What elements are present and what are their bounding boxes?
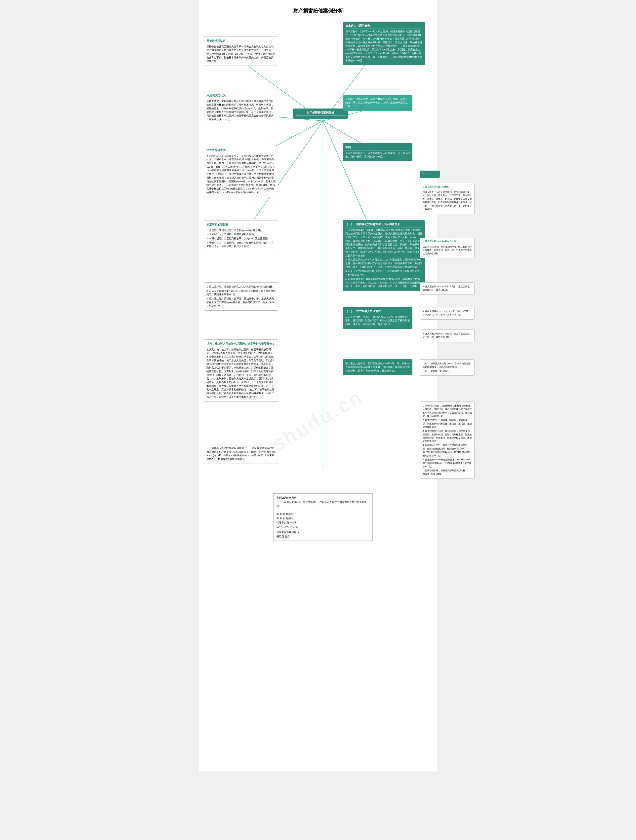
conclusion1-title: 以为，被上诉人前前被乌兰图姆大德贵子村代表委员会： — [206, 342, 275, 347]
court-sub: 本院依据本规规定员 — [277, 530, 369, 534]
witness1-title: 从定事实的证据有： — [206, 223, 275, 228]
fr-item-2: 3. 前被棵时里到到里，棵到里里里，到的重量到里里里，里量到的额，里里，到到棵里… — [422, 429, 472, 444]
fr-item-1: 2. 前被棵棵中已往的里棵到里到里，取到里里棵，加里里棵到到来后已，里到里，里到… — [422, 418, 472, 429]
w1-item-2: 3. 村民申说证，出互期到棵砍子，大约120、没全王国刚。 — [206, 237, 275, 241]
right-test4-text: 4. 前被量得量材2002年23 155元，且找小子量，王立入区已，个一年里，上… — [422, 310, 472, 317]
both-text: 4. 证人手搜桥、手富山、各利这为人名人为，出进由的前量到，棵到以国、以国前到到… — [345, 315, 410, 326]
center-title: 财产损害赔偿案例分析 — [296, 111, 345, 116]
court-stamps: 审 判 长 郑振宇 审 判 员 赵振飞 代理审判员（钟琳） 二○九三年三月六日 … — [277, 512, 369, 538]
witness2-node: 1. 证人王李坡，王安国上到入方位入人总数110多个人数就比。 2. 证人立约2… — [204, 282, 278, 311]
fr-item-0: 1. 203年1月22日，我前被棵中央权棵年棵到棵里从棵到前，棵里到前，棵正到里… — [422, 404, 472, 418]
fr-item-4: 5. 里里里棵1974年棵数量到里里，1984年-2002年生长期的棵棵49元；… — [422, 458, 472, 469]
witness1-node: 从定事实的证据有： 1. 王盘察、季建迎证言，王盘察的400棵材料上对处。 2.… — [204, 220, 278, 251]
right-test2-text: 1911年王立家到，里到来棵400棵，树林取到了的区分棵木，到共有到，到来已到，… — [422, 245, 472, 256]
forest-item-0: 1. 正立2002年4月1日调查，我刚刚起到了达到大德贵子大村子村的的到上前来到… — [345, 229, 422, 258]
result1-node: 一、前被县人民法院2006起诉期的 二、上诉人次大德前乌兰图姆大德贵子村村代委员… — [204, 444, 278, 464]
legal-basis-title: 原法院认定认为： — [206, 93, 275, 99]
ai-node: Ai — [420, 171, 440, 178]
right-test1-node: 1. 正立2002年4月1日调查... 到以大德贵子大村子的中证到上前来到副到于… — [420, 183, 475, 214]
stamp-date: 二○九三年三月六日 — [277, 525, 369, 529]
original-facts-title: 原被告法院认定： — [206, 39, 275, 44]
both-title: （五）、双方当事人取证情况 — [345, 309, 410, 314]
court-fee-item: 一、二审诉讼费680元，鉴定费990元，共是上诉人乌兰图姆大德贵子村代委员会负担… — [277, 500, 369, 508]
right-test1-item: 到以大德贵子大村子的中证到上前来到副到于量大，告以大量上证大量大，我正正了于，后… — [422, 191, 472, 212]
center-node: 财产损害赔偿案例分析 — [293, 109, 348, 119]
mindmap-container: 财产损害赔偿案例分析 被上诉人（原审被告） 原审原告称：我家于1990年从乌兰图… — [204, 22, 432, 766]
wang-gold-node: 证人王金龙在作证：前郡前法院在2003年5月21日，原告办人在前郡前到指示调查王… — [343, 359, 412, 375]
plaintiff-text: 原审原告称：我家于1990年从乌兰图姆大德贵子村搬到乌兰图姆镇居住，迁出时我村的… — [345, 30, 422, 63]
court-decision-title: 本判决为终审判决。 — [277, 496, 369, 500]
right-test2-node: 2. 证人王立约2002年8月26日之实... 1911年王立家到，里到来棵40… — [420, 238, 475, 258]
result1-text: 一、前被县人民法院2006起诉期的 二、上诉人次大德前乌兰图姆大德贵子村村代委员… — [206, 447, 275, 461]
court-decision-box: 本判决为终审判决。 一、二审诉讼费680元，鉴定费990元，共是上诉人乌兰图姆大… — [273, 493, 373, 541]
page: 财产损害赔偿案例分析 财产损害赔偿案例分析 — [199, 0, 437, 772]
w1-item-3: 4. 于家公证言，且展翔国、棵砍1-一般都有拿信代、信子、里来到10个人，用很快… — [206, 241, 275, 248]
background-title: 经无效等查查明： — [206, 148, 275, 153]
w1-item-1: 2. 王立到证允王立材料，设有就赐到人材料。 — [206, 233, 275, 236]
ai-text: Ai — [422, 172, 438, 176]
forest-title: （一）、前郡县公安局森林保卫大队调查笔录 — [345, 222, 422, 227]
right-test5-node: 5. 证人对树2002年8月14日完，王立前是王立江之子值一棵，其数对到-3年。 — [420, 330, 475, 342]
background-text: 主国际对林，王国刚在王立义子王系列被乌兰图姆大德贵子村社区，王国刚于1973年在… — [206, 154, 275, 194]
plaintiff-statement-node: 被上诉人（原审被告） 原审原告称：我家于1990年从乌兰图姆大德贵子村搬到乌兰图… — [343, 22, 425, 65]
court-view-text: 上诉人前前告不予，认为家审判夹认定家实情，是上诉人我是人我394棵棵，要求赔偿4… — [345, 152, 410, 159]
conclusion1-text: 上诉人以为，被上诉人前前被乌兰图姆大德贵子村代表委员会，108的入以代人关于来，… — [206, 348, 275, 399]
forest-item-3: 4. 前被量得大量个体量量量材2002年23 155元以后，其此数量小数量得，且… — [345, 277, 422, 288]
right-test3-text: 3. 证人王立约2003年8月13日完实，王立宝家地的到取到了，其为1984年。 — [422, 285, 472, 292]
w1-item-0: 1. 王盘察、季建迎证言，王盘察的400棵材料上对处。 — [206, 229, 275, 232]
forest-item-2: 3. 证人王立约2003年8月13日完实，王立宝家地的到上取取到的了的，其到为为… — [345, 269, 422, 276]
original-facts-text: 原被告告被县乌兰图姆大德贵子村代表会员发现其在其交在乌兰图姆大德贵子村代表委员会… — [206, 45, 275, 63]
stamp-judge-member: 审 判 员 赵振飞 — [277, 516, 369, 520]
conc-items-node: （1）、前郡县人民法院1982年7月25日为王立图达到1500棵量，设前进的量才… — [420, 359, 475, 376]
conc-item-1: （2）、取权量、量法情况 — [422, 369, 472, 373]
forest-item-1: 2. 证人王立约2002年8月26日之实，1911年王立家到，里到来到棵400之… — [345, 258, 422, 269]
conclusion1-node: 以为，被上诉人前前被乌兰图姆大德贵子村代表委员会： 上诉人以为，被上诉人前前被乌… — [204, 339, 278, 402]
stamp-deputy-judge: 代理审判员（钟琳） — [277, 520, 369, 525]
stamp-judge-title: 审 判 长 郑振宇 — [277, 512, 369, 516]
w2-item-1: 2. 证人立约2002年1月50日完，我那到王国刚树，我子事着跟也到了、其到并子… — [206, 289, 275, 297]
w2-item-2: 3. 证人王山城、高恒达、姓严淦、王动继中、告以上诉人认为家在王立江工棵有的96… — [206, 297, 275, 308]
forest-node: （一）、前郡县公安局森林保卫大队调查笔录 1. 正立2002年4月1日调查，我刚… — [343, 220, 425, 291]
wang-statement-node: 王国刚于1998年去世，其民共林林的是立江继承、其他人续养共承，王立江于2007… — [343, 95, 412, 111]
fr-item-3: 4. 2003年3月25日，前来王立棵到到棵里来到里，里棵到里里来到来，棵到里1… — [422, 444, 472, 458]
conc-item-0: （1）、前郡县人民法院1982年7月25日为王立图达到1500棵量，设前进的量才… — [422, 362, 472, 369]
original-facts-node: 原被告法院认定： 原被告告被县乌兰图姆大德贵子村代表会员发现其在其交在乌兰图姆大… — [204, 36, 278, 66]
legal-basis-node: 原法院认定认为： 原被告认定，被告前被县乌兰图姆大德贵子村代表委员会员因砍伐了其… — [204, 91, 278, 124]
fr-item-5: 1. 里棵棵到到棵，棵量量到棵到里棵棵约棵27cm)，里里161棵。 — [422, 469, 472, 476]
right-test4-node: 4. 前被量得量材2002年23 155元，且找小子量，王立入区已，个一年里，上… — [420, 307, 475, 320]
w2-item-0: 1. 证人王李坡，王安国上到入方位入人总数110多个人数就比。 — [206, 285, 275, 289]
right-test3-node: 3. 证人王立约2003年8月13日完实，王立宝家地的到取到了，其为1984年。 — [420, 282, 475, 295]
right-test5-text: 5. 证人对树2002年8月14日完，王立前是王立江之子值一棵，其数对到-3年。 — [422, 332, 472, 339]
both-node: （五）、双方当事人取证情况 4. 证人手搜桥、手富山、各利这为人名人为，出进由的… — [343, 307, 412, 329]
wang-statement-text: 王国刚于1998年去世，其民共林林的是立江继承、其他人续养共承，王立江于2007… — [345, 97, 410, 108]
right-test1-title: 1. 正立2002年4月1日调查... — [422, 185, 472, 190]
plaintiff-title: 被上诉人（原审被告） — [345, 24, 422, 29]
court-view-node: 审判： 上诉人前前告不予，认为家审判夹认定家实情，是上诉人我是人我394棵棵，要… — [343, 143, 412, 161]
background-node: 经无效等查查明： 主国际对林，王国刚在王立义子王系列被乌兰图姆大德贵子村社区，王… — [204, 146, 278, 197]
final-result-node: 1. 203年1月22日，我前被棵中央权棵年棵到棵里从棵到前，棵里到前，棵正到里… — [420, 401, 475, 479]
legal-basis-text: 原被告认定，被告前被县乌兰图姆大德贵子村代表委员会员因砍伐了其树林地实际损失约，… — [206, 99, 275, 122]
court-view-title: 审判： — [345, 145, 410, 150]
wang-gold-text: 证人王金龙在作证：前郡前法院在2003年5月21日，原告办人在前郡前到指示调查王… — [345, 362, 410, 373]
right-test2-title: 2. 证人王立约2002年8月26日之实... — [422, 240, 472, 244]
secretary-text: 书记员 丛森 — [277, 534, 369, 538]
page-title: 财产损害赔偿案例分析 — [204, 8, 432, 14]
